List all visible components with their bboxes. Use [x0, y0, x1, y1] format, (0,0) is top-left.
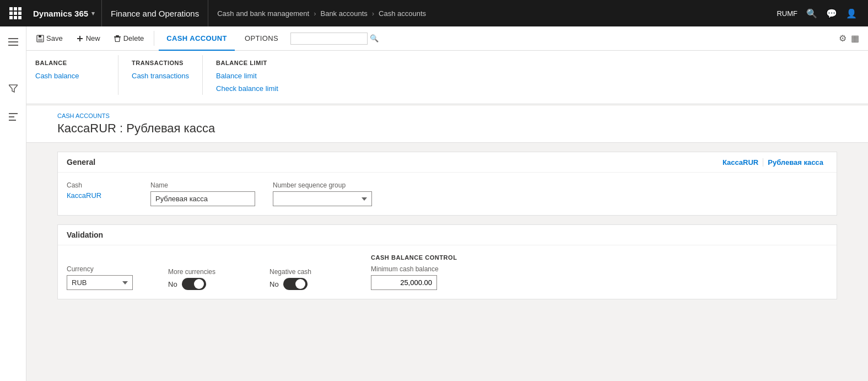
cash-balance-control-group: CASH BALANCE CONTROL Minimum cash balanc… [371, 254, 457, 290]
cash-balance-control-title: CASH BALANCE CONTROL [371, 254, 457, 261]
minimum-cash-balance-input[interactable] [371, 275, 437, 290]
svg-rect-0 [8, 38, 18, 39]
general-fields-row: Cash КассаRUR Name Number sequence group [67, 181, 828, 206]
name-input[interactable] [150, 191, 255, 206]
number-sequence-label: Number sequence group [273, 181, 372, 189]
validation-fields-row: Currency RUB More currencies No [67, 254, 828, 290]
dropdown-menu: BALANCE Cash balance TRANSACTIONS Cash t… [26, 51, 868, 104]
validation-section-title: Validation [67, 230, 103, 239]
module-label: Finance and Operations [102, 0, 208, 26]
dropdown-item-balance-limit[interactable]: Balance limit [216, 69, 278, 82]
sidebar-nav-icon[interactable] [2, 106, 24, 128]
dropdown-item-cash-balance[interactable]: Cash balance [35, 69, 105, 82]
general-link-rublevaya[interactable]: Рублевая касса [763, 158, 828, 167]
name-field-group: Name [150, 181, 255, 206]
page-title: КассаRUR : Рублевая касса [57, 121, 837, 136]
cash-value[interactable]: КассаRUR [67, 191, 133, 200]
breadcrumb-item-2[interactable]: Bank accounts [320, 9, 367, 18]
new-icon [76, 35, 84, 42]
breadcrumb-area: Cash and bank management › Bank accounts… [208, 9, 777, 18]
general-link-kassarur[interactable]: КассаRUR [718, 158, 763, 167]
dropdown-col-balance-header: BALANCE [35, 55, 105, 69]
breadcrumb-sep-2: › [372, 9, 374, 18]
breadcrumb-sep-1: › [314, 9, 316, 18]
dropdown-col-transactions-header: TRANSACTIONS [132, 55, 189, 69]
general-section-header: General КассаRUR Рублевая касса [58, 152, 837, 173]
svg-rect-11 [77, 38, 83, 39]
left-sidebar [0, 26, 26, 317]
toolbar-separator [154, 31, 154, 46]
sidebar-filter-icon[interactable] [2, 77, 24, 99]
more-currencies-toggle-row: No [168, 278, 234, 290]
negative-cash-toggle[interactable] [283, 278, 308, 290]
more-currencies-toggle-knob [194, 279, 204, 289]
new-button[interactable]: New [71, 26, 106, 50]
dropdown-col-balance-limit-header: BALANCE LIMIT [216, 55, 278, 69]
negative-cash-toggle-row: No [269, 278, 336, 290]
dropdown-item-check-balance-limit[interactable]: Check balance limit [216, 82, 278, 95]
toolbar: Save New Delete CASH ACCOUNT OPTIONS 🔍 [26, 26, 868, 51]
general-section-title: General [67, 158, 95, 167]
sidebar-hamburger-icon[interactable] [2, 31, 24, 53]
general-section-links: КассаRUR Рублевая касса [718, 158, 828, 167]
breadcrumb-item-3[interactable]: Cash accounts [379, 9, 426, 18]
user-label: RUMF [777, 9, 797, 18]
number-sequence-group-field: Number sequence group [273, 181, 372, 206]
more-currencies-toggle-label: No [168, 280, 177, 288]
svg-rect-1 [8, 41, 18, 42]
svg-marker-3 [9, 85, 18, 92]
tab-options[interactable]: OPTIONS [237, 27, 286, 51]
tab-cash-account[interactable]: CASH ACCOUNT [159, 27, 235, 51]
toolbar-search-icon[interactable]: 🔍 [370, 34, 379, 42]
user-profile-icon[interactable]: 👤 [846, 8, 857, 19]
toolbar-spacer [381, 26, 837, 50]
validation-section-body: Currency RUB More currencies No [58, 245, 837, 299]
number-sequence-select[interactable] [273, 191, 372, 206]
svg-rect-2 [8, 45, 18, 46]
name-label: Name [150, 181, 255, 189]
office-icon[interactable]: ▦ [851, 33, 859, 44]
chat-icon[interactable]: 💬 [826, 8, 837, 19]
currency-select[interactable]: RUB [67, 275, 133, 290]
apps-grid-icon [9, 7, 21, 19]
page-breadcrumb[interactable]: CASH ACCOUNTS [57, 112, 837, 119]
toolbar-area: Save New Delete CASH ACCOUNT OPTIONS 🔍 [26, 26, 868, 317]
currency-label: Currency [67, 265, 133, 273]
validation-section: Validation Currency RUB [57, 224, 837, 299]
search-icon[interactable]: 🔍 [806, 8, 817, 19]
toolbar-search-input[interactable] [290, 33, 368, 45]
svg-rect-4 [9, 113, 18, 114]
general-section: General КассаRUR Рублевая касса Cash Кас… [57, 152, 837, 216]
breadcrumb-item-1[interactable]: Cash and bank management [217, 9, 309, 18]
more-currencies-field-group: More currencies No [168, 268, 234, 290]
top-navigation: Dynamics 365 ▾ Finance and Operations Ca… [0, 0, 868, 26]
svg-rect-9 [38, 39, 42, 41]
svg-rect-8 [39, 35, 41, 37]
more-currencies-toggle[interactable] [182, 278, 206, 290]
dropdown-item-cash-transactions[interactable]: Cash transactions [132, 69, 189, 82]
cash-field-group: Cash КассаRUR [67, 181, 133, 200]
save-button[interactable]: Save [31, 26, 68, 50]
page-content: General КассаRUR Рублевая касса Cash Кас… [26, 143, 868, 317]
negative-cash-label: Negative cash [269, 268, 336, 276]
negative-cash-field-group: Negative cash No [269, 268, 336, 290]
dropdown-col-balance: BALANCE Cash balance [35, 55, 118, 95]
apps-button[interactable] [4, 0, 26, 26]
dropdown-col-transactions: TRANSACTIONS Cash transactions [118, 55, 202, 95]
page-header: CASH ACCOUNTS КассаRUR : Рублевая касса [26, 106, 868, 143]
brand-label: Dynamics 365 [33, 9, 88, 18]
settings-icon[interactable]: ⚙ [839, 33, 847, 44]
toolbar-search-area: 🔍 [290, 26, 379, 50]
minimum-cash-balance-label: Minimum cash balance [371, 265, 457, 273]
save-icon [36, 35, 44, 42]
negative-cash-toggle-knob [295, 279, 305, 289]
minimum-cash-balance-field-group: Minimum cash balance [371, 265, 457, 290]
svg-rect-13 [116, 35, 119, 36]
cash-label: Cash [67, 181, 133, 189]
delete-button[interactable]: Delete [108, 26, 150, 50]
dropdown-col-balance-limit: BALANCE LIMIT Balance limit Check balanc… [202, 55, 292, 95]
more-currencies-label: More currencies [168, 268, 234, 276]
brand-area[interactable]: Dynamics 365 ▾ [26, 0, 102, 26]
svg-rect-6 [9, 120, 16, 121]
delete-icon [114, 35, 121, 42]
